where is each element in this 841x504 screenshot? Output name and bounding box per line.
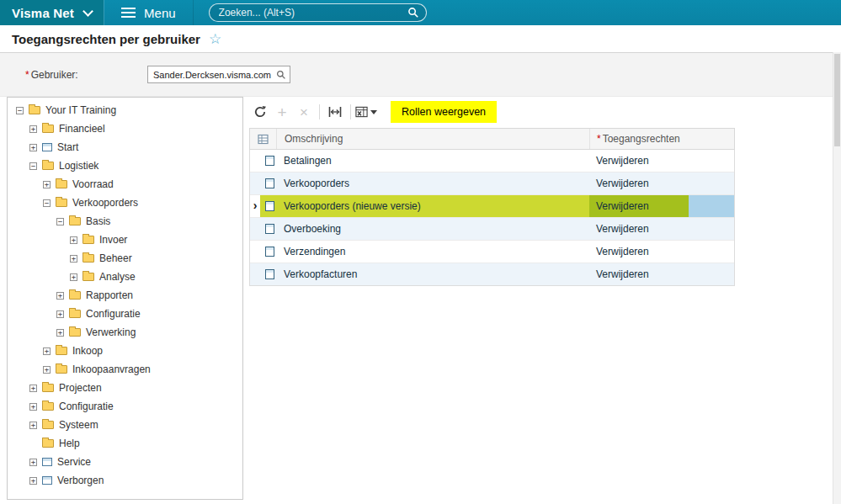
tree-item[interactable]: − Your IT Training — [8, 101, 242, 119]
tree-item[interactable]: + Beheer — [8, 249, 242, 268]
cell-toegangsrechten[interactable]: Verwijderen — [589, 150, 734, 172]
user-label: *Gebruiker: — [25, 69, 147, 81]
tree-expander-icon[interactable]: − — [43, 199, 51, 207]
tree-item[interactable]: + Systeem — [8, 416, 242, 434]
user-input[interactable] — [147, 66, 290, 83]
column-header-toegangsrechten[interactable]: *Toegangsrechten — [589, 129, 734, 149]
tree-item[interactable]: + Financieel — [8, 119, 242, 138]
column-header-omschrijving[interactable]: Omschrijving — [277, 129, 589, 149]
fit-width-button[interactable] — [324, 101, 346, 123]
brand-menu-button[interactable]: Visma Net — [0, 0, 104, 25]
favorite-star-icon[interactable]: ☆ — [209, 32, 221, 46]
tree-expander-icon[interactable]: + — [70, 273, 77, 281]
table-row[interactable]: › Verkooporders (nieuwe versie) Verwijde… — [250, 195, 734, 218]
cell-toegangsrechten[interactable]: Verwijderen — [589, 263, 734, 285]
table-row[interactable]: Verkooporders Verwijderen — [250, 172, 734, 195]
cell-omschrijving[interactable]: Overboeking — [279, 218, 589, 240]
lookup-icon[interactable] — [276, 70, 286, 80]
toegangsrechten-value: Verwijderen — [589, 150, 656, 172]
tree-item[interactable]: − Basis — [8, 212, 242, 231]
cell-omschrijving[interactable]: Verkooporders (nieuwe versie) — [279, 195, 589, 217]
tree-item[interactable]: + Service — [8, 453, 242, 471]
search-input[interactable] — [219, 7, 407, 19]
tree-item[interactable]: + Inkoopaanvragen — [8, 360, 242, 379]
menu-button[interactable]: Menu — [104, 0, 194, 25]
tree-item-label: Help — [59, 438, 80, 449]
topbar-search[interactable] — [209, 3, 427, 22]
tree-item-label: Basis — [86, 215, 110, 227]
refresh-button[interactable] — [249, 101, 271, 123]
tree-expander-icon[interactable]: + — [70, 236, 77, 244]
filter-form: *Gebruiker: — [0, 52, 841, 97]
tree-expander-icon[interactable]: + — [29, 422, 37, 429]
tree-expander-icon[interactable]: + — [29, 459, 37, 466]
tree-expander-icon[interactable]: − — [56, 218, 64, 225]
tree-expander-icon[interactable]: + — [29, 477, 37, 485]
toegangsrechten-value: Verwijderen — [589, 218, 656, 240]
tree-expander-icon[interactable]: + — [29, 144, 37, 151]
tree-expander-icon[interactable]: − — [16, 107, 24, 114]
tree-expander-icon[interactable]: + — [56, 329, 64, 337]
tree-item-label: Service — [57, 456, 91, 468]
cell-omschrijving[interactable]: Verzendingen — [279, 241, 589, 263]
cell-omschrijving[interactable]: Verkooporders — [279, 172, 589, 194]
tree-item[interactable]: Help — [8, 434, 242, 453]
folder-icon — [69, 217, 81, 225]
page-scrollbar[interactable] — [833, 52, 841, 504]
tree-expander-icon[interactable]: + — [56, 292, 64, 300]
tree-item[interactable]: + Configuratie — [8, 305, 242, 323]
document-icon — [265, 224, 274, 234]
table-row[interactable]: Betalingen Verwijderen — [250, 150, 734, 172]
delete-row-button[interactable]: × — [293, 101, 315, 123]
tree-item[interactable]: + Analyse — [8, 268, 242, 286]
chevron-down-icon[interactable] — [370, 110, 377, 114]
add-row-button[interactable]: + — [271, 101, 293, 123]
cell-toegangsrechten[interactable]: Verwijderen — [589, 241, 734, 263]
tree-item[interactable]: + Configuratie — [8, 397, 242, 416]
tree-item[interactable]: + Rapporten — [8, 286, 242, 305]
tree-expander-icon[interactable]: + — [43, 366, 51, 374]
row-note-icon — [260, 150, 279, 172]
row-selector-marker — [250, 218, 260, 240]
tree-expander-icon[interactable]: + — [29, 125, 37, 133]
tree-expander-icon[interactable]: + — [29, 385, 37, 392]
table-row[interactable]: Verzendingen Verwijderen — [250, 241, 734, 263]
cell-toegangsrechten[interactable]: Verwijderen — [589, 218, 734, 240]
tree-expander-icon[interactable]: + — [43, 181, 51, 188]
tree-expander-icon[interactable]: + — [70, 255, 77, 263]
cell-toegangsrechten[interactable]: Verwijderen — [589, 172, 734, 194]
required-mark: * — [25, 69, 29, 81]
cell-toegangsrechten[interactable]: Verwijderen — [589, 195, 734, 217]
tree-item[interactable]: − Logistiek — [8, 157, 242, 175]
tree-expander-icon[interactable]: + — [43, 347, 51, 355]
tree-item[interactable]: + Inkoop — [8, 342, 242, 360]
plus-icon: + — [277, 104, 286, 120]
row-note-icon — [260, 195, 279, 217]
scrollbar-thumb[interactable] — [834, 54, 840, 146]
cell-omschrijving[interactable]: Betalingen — [279, 150, 589, 172]
row-selector-marker — [250, 241, 260, 263]
tree-expander-icon[interactable]: + — [56, 310, 64, 318]
tree-item-label: Rapporten — [86, 289, 133, 301]
tree-item[interactable]: + Verborgen — [8, 471, 242, 490]
tree-item[interactable]: + Voorraad — [8, 175, 242, 194]
tree-item[interactable]: + Verwerking — [8, 323, 242, 342]
export-excel-button[interactable] — [355, 101, 377, 123]
rollen-weergeven-button[interactable]: Rollen weergeven — [391, 101, 497, 123]
tree-item[interactable]: + Projecten — [8, 379, 242, 397]
tree-item-label: Projecten — [59, 382, 102, 394]
tree: − Your IT Training + Financieel + Start … — [8, 101, 242, 490]
table-row[interactable]: Overboeking Verwijderen — [250, 218, 734, 241]
grid-header: Omschrijving *Toegangsrechten — [249, 128, 735, 150]
tree-expander-icon[interactable]: + — [29, 403, 37, 411]
grid-settings-button[interactable] — [250, 129, 277, 149]
tree-item[interactable]: − Verkooporders — [8, 194, 242, 212]
rights-grid: Omschrijving *Toegangsrechten Betalingen… — [249, 128, 735, 286]
cell-omschrijving[interactable]: Verkoopfacturen — [279, 263, 589, 285]
menu-label: Menu — [144, 6, 176, 20]
tree-expander-icon[interactable]: − — [29, 162, 37, 170]
tree-item[interactable]: + Invoer — [8, 231, 242, 249]
tree-item-label: Logistiek — [59, 160, 98, 172]
tree-item[interactable]: + Start — [8, 138, 242, 157]
table-row[interactable]: Verkoopfacturen Verwijderen — [250, 263, 734, 285]
